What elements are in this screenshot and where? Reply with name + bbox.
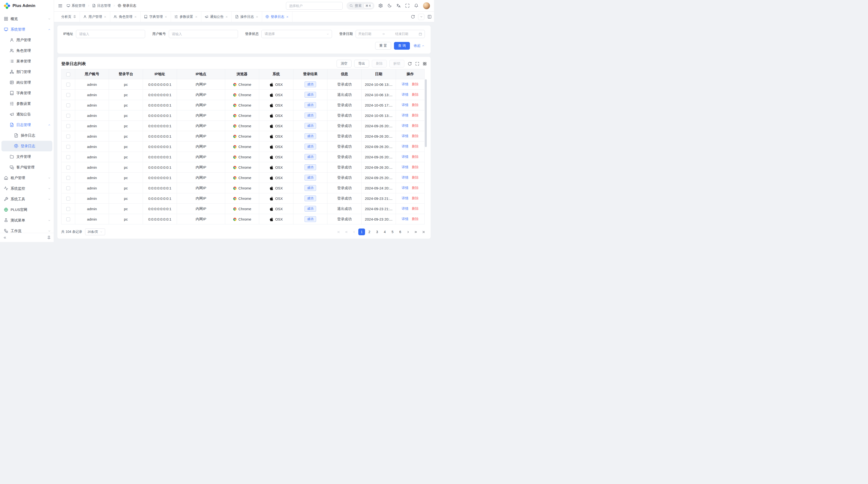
delete-link[interactable]: 删除 <box>412 124 418 128</box>
next-page-button[interactable] <box>405 228 411 235</box>
prev-page-button[interactable] <box>350 228 357 235</box>
sidebar-item-overview[interactable]: 概览 <box>0 13 54 24</box>
ip-input[interactable] <box>76 30 145 38</box>
delete-link[interactable]: 删除 <box>412 206 418 211</box>
row-checkbox[interactable] <box>66 93 70 97</box>
close-icon[interactable] <box>104 15 106 18</box>
dark-mode-icon[interactable] <box>387 3 392 8</box>
collapse-sidebar-icon[interactable] <box>3 236 7 239</box>
delete-link[interactable]: 删除 <box>412 165 418 169</box>
row-checkbox[interactable] <box>66 155 70 159</box>
tab-operation-log[interactable]: 操作日志 <box>232 11 262 22</box>
sidebar-item-notice[interactable]: 通知公告 <box>0 109 54 120</box>
sidebar-item-test-menu[interactable]: 测试菜单 <box>0 215 54 226</box>
detail-link[interactable]: 详情 <box>402 186 408 190</box>
page-button-3[interactable]: 3 <box>374 228 380 235</box>
sidebar-item-post-mgmt[interactable]: 岗位管理 <box>0 77 54 88</box>
breadcrumb-item-login-log[interactable]: 登录日志 <box>118 4 136 8</box>
page-button-6[interactable]: 6 <box>397 228 404 235</box>
row-checkbox[interactable] <box>66 197 70 200</box>
row-checkbox[interactable] <box>66 207 70 211</box>
table-scrollbar[interactable] <box>425 79 427 227</box>
sidebar-item-dict-mgmt[interactable]: 字典管理 <box>0 88 54 98</box>
sidebar-toggle-icon[interactable] <box>58 3 63 8</box>
detail-link[interactable]: 详情 <box>402 134 408 138</box>
sidebar-item-log-mgmt[interactable]: 日志管理 <box>0 120 54 130</box>
delete-link[interactable]: 删除 <box>412 217 418 221</box>
tab-options-button[interactable] <box>418 14 424 20</box>
refresh-page-icon[interactable] <box>411 15 415 19</box>
collapse-filters-link[interactable]: 收起 <box>414 44 425 48</box>
user-avatar[interactable] <box>423 2 430 9</box>
layout-icon[interactable] <box>428 15 432 19</box>
settings-icon[interactable] <box>378 3 383 8</box>
refresh-table-icon[interactable] <box>408 62 412 66</box>
delete-link[interactable]: 删除 <box>412 134 418 138</box>
global-search[interactable]: 搜索 ⌘ K <box>346 2 374 10</box>
tab-dict-mgmt[interactable]: 字典管理 <box>141 11 171 22</box>
sidebar-item-role-mgmt[interactable]: 角色管理 <box>0 45 54 56</box>
delete-link[interactable]: 删除 <box>412 186 418 190</box>
language-icon[interactable] <box>396 3 401 8</box>
row-checkbox[interactable] <box>66 103 70 107</box>
sidebar-item-plus-site[interactable]: PLUS官网 <box>0 204 54 215</box>
close-icon[interactable] <box>195 15 198 18</box>
column-settings-icon[interactable] <box>423 62 427 66</box>
sidebar-item-system-tools[interactable]: 系统工具 <box>0 194 54 204</box>
detail-link[interactable]: 详情 <box>402 196 408 200</box>
detail-link[interactable]: 详情 <box>402 155 408 159</box>
detail-link[interactable]: 详情 <box>402 93 408 97</box>
detail-link[interactable]: 详情 <box>402 206 408 211</box>
row-checkbox[interactable] <box>66 176 70 180</box>
fullscreen-table-icon[interactable] <box>415 62 419 66</box>
sidebar-item-param-settings[interactable]: 参数设置 <box>0 98 54 109</box>
delete-link[interactable]: 删除 <box>412 175 418 180</box>
export-button[interactable]: 导出 <box>354 60 369 67</box>
delete-link[interactable]: 删除 <box>412 93 418 97</box>
row-checkbox[interactable] <box>66 186 70 190</box>
sidebar-item-user-mgmt[interactable]: 用户管理 <box>0 35 54 45</box>
sidebar-item-tenant-mgmt[interactable]: 租户管理 <box>0 172 54 183</box>
sidebar-item-file-mgmt[interactable]: 文件管理 <box>0 151 54 162</box>
row-checkbox[interactable] <box>66 114 70 118</box>
row-checkbox[interactable] <box>66 218 70 221</box>
clear-button[interactable]: 清空 <box>337 60 351 67</box>
sidebar-item-operation-log[interactable]: 操作日志 <box>0 130 54 141</box>
tab-login-log[interactable]: 登录日志 <box>262 11 292 22</box>
delete-link[interactable]: 删除 <box>412 144 418 149</box>
detail-link[interactable]: 详情 <box>402 175 408 180</box>
notifications-icon[interactable] <box>414 3 418 8</box>
close-icon[interactable] <box>225 15 228 18</box>
detail-link[interactable]: 详情 <box>402 82 408 87</box>
page-button-2[interactable]: 2 <box>366 228 373 235</box>
detail-link[interactable]: 详情 <box>402 144 408 149</box>
page-button-5[interactable]: 5 <box>389 228 396 235</box>
tab-role-mgmt[interactable]: 角色管理 <box>110 11 141 22</box>
detail-link[interactable]: 详情 <box>402 217 408 221</box>
page-button-4[interactable]: 4 <box>381 228 388 235</box>
close-icon[interactable] <box>286 15 289 18</box>
delete-button[interactable]: 删除 <box>372 60 387 67</box>
tab-param-settings[interactable]: 参数设置 <box>171 11 201 22</box>
close-icon[interactable] <box>255 15 258 18</box>
select-all-checkbox[interactable] <box>66 72 70 76</box>
sidebar-item-system-monitor[interactable]: 系统监控 <box>0 183 54 194</box>
next-ten-button[interactable] <box>412 228 419 235</box>
tab-user-mgmt[interactable]: 用户管理 <box>80 11 110 22</box>
fullscreen-icon[interactable] <box>405 3 410 8</box>
delete-link[interactable]: 删除 <box>412 155 418 159</box>
unlock-button[interactable]: 解锁 <box>390 60 404 67</box>
close-icon[interactable] <box>164 15 167 18</box>
sidebar-item-client-mgmt[interactable]: 客户端管理 <box>0 162 54 172</box>
scrollbar-thumb[interactable] <box>425 79 427 147</box>
delete-link[interactable]: 删除 <box>412 82 418 87</box>
delete-link[interactable]: 删除 <box>412 113 418 118</box>
tab-analysis[interactable]: 分析页 <box>58 11 80 22</box>
sidebar-item-system-mgmt[interactable]: 系统管理 <box>0 24 54 35</box>
page-size-select[interactable]: 20条/页 <box>85 228 105 235</box>
prev-ten-button[interactable] <box>343 228 350 235</box>
detail-link[interactable]: 详情 <box>402 165 408 169</box>
first-page-button[interactable] <box>335 228 342 235</box>
app-logo[interactable]: Plus Admin <box>0 0 54 11</box>
breadcrumb-item-log-mgmt[interactable]: 日志管理 <box>92 4 111 8</box>
